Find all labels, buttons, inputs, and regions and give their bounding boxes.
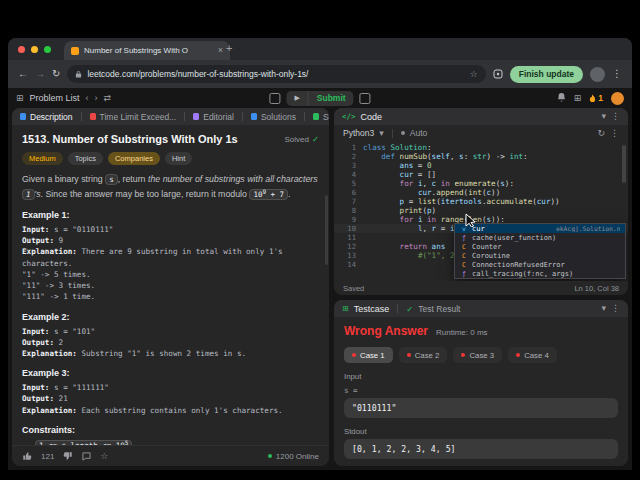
code-line[interactable]: 7 p = list(itertools.accumulate(cur)) — [334, 197, 628, 206]
code-text: cur.append(int(c)) — [363, 188, 500, 197]
code-line[interactable]: 2 def numSub(self, s: str) -> int: — [334, 152, 628, 161]
browser-tab[interactable]: Number of Substrings With O × — [64, 41, 230, 60]
prev-problem-icon[interactable]: ‹ — [86, 94, 89, 103]
superscript: 9 — [262, 187, 266, 194]
forward-icon[interactable]: → — [35, 69, 45, 79]
code-text: def numSub(self, s: str) -> int: — [363, 152, 528, 161]
testcase-tab-4[interactable]: Case 4 — [508, 347, 557, 363]
online-count: 1200 Online — [276, 452, 319, 461]
description-body: 1513. Number of Substrings With Only 1s … — [12, 125, 329, 445]
autocomplete-item[interactable]: CCoroutine — [455, 251, 625, 260]
browser-profile-avatar[interactable] — [590, 67, 605, 82]
code-token — [363, 161, 400, 170]
layout-grid-icon[interactable]: ⊞ — [574, 94, 582, 103]
address-bar[interactable]: leetcode.com/problems/number-of-substrin… — [67, 65, 485, 83]
user-avatar[interactable] — [611, 92, 624, 105]
auto-toggle[interactable]: Auto — [410, 128, 428, 138]
editor-scrollbar[interactable] — [622, 145, 626, 183]
test-result-tab[interactable]: Test Result — [418, 304, 460, 314]
test-panel-more-icon[interactable]: ⋮ — [611, 304, 620, 313]
testcase-tab[interactable]: Testcase — [354, 304, 390, 314]
testcase-tab-2[interactable]: Case 2 — [399, 347, 448, 363]
test-panel-header: ⊞ Testcase ✓ Test Result ▾ ⋮ — [334, 300, 628, 317]
tab-separator — [184, 112, 185, 121]
comment-icon[interactable] — [82, 452, 91, 461]
panel-tab-submissions[interactable]: Submissions — [313, 112, 329, 122]
meta-pills: Medium Topics Companies Hint — [22, 152, 319, 165]
topics-pill[interactable]: Topics — [68, 152, 103, 165]
autocomplete-item[interactable]: ƒcall_tracing(f:nc, args) — [455, 269, 625, 278]
code-token: ans — [432, 242, 446, 251]
language-chevron-icon[interactable]: ▾ — [379, 129, 384, 138]
run-button[interactable]: ▶ — [286, 94, 307, 102]
thumbs-down-icon[interactable] — [63, 451, 73, 461]
bookmark-star-icon[interactable]: ☆ — [470, 69, 478, 79]
panel-tab-editorial[interactable]: Editorial — [193, 112, 234, 122]
code-line[interactable]: 1class Solution: — [334, 143, 628, 152]
hint-pill[interactable]: Hint — [165, 152, 192, 165]
panel-tab-solutions[interactable]: Solutions — [251, 112, 296, 122]
code-text: cur = [] — [363, 170, 436, 179]
autocomplete-item[interactable]: CConnectionRefusedError — [455, 260, 625, 269]
code-line[interactable]: 4 cur = [] — [334, 170, 628, 179]
submit-button[interactable]: Submit — [308, 91, 354, 106]
symbol-cls-icon: C — [460, 261, 468, 269]
panel-more-icon[interactable]: ⋮ — [611, 112, 620, 121]
reset-code-icon[interactable]: ↻ — [597, 129, 605, 138]
language-selector[interactable]: Python3 — [343, 128, 374, 138]
input-value-box[interactable]: "0110111" — [344, 398, 618, 418]
code-line[interactable]: 8 print(p) — [334, 206, 628, 215]
line-number: 2 — [334, 152, 363, 161]
tab-close-icon[interactable]: × — [218, 46, 223, 55]
editor-more-icon[interactable]: ⋮ — [610, 129, 619, 138]
problem-list-link[interactable]: Problem List — [30, 93, 80, 103]
testcase-tab-1[interactable]: Case 1 — [344, 347, 393, 363]
panel-tab-description[interactable]: Description — [20, 112, 73, 122]
favorite-star-icon[interactable]: ☆ — [100, 452, 108, 461]
autocomplete-item[interactable]: ƒcache(user_function) — [455, 233, 625, 242]
code-panel-header: </> Code ▾ ⋮ — [334, 108, 628, 125]
code-line[interactable]: 6 cur.append(int(c)) — [334, 188, 628, 197]
inline-code: 1 <= s.length <= 105 — [35, 440, 132, 445]
thumbs-up-icon[interactable] — [22, 451, 32, 461]
apps-grid-icon[interactable]: ⊞ — [16, 94, 24, 103]
code-token: def — [381, 152, 395, 161]
testcase-tab-3[interactable]: Case 3 — [453, 347, 502, 363]
screen: Number of Substrings With O × + ← → ↻ le… — [0, 0, 640, 480]
panel-tab-time-limit-exceed-[interactable]: Time Limit Exceed... — [90, 112, 177, 122]
panel-expand-icon[interactable]: ▾ — [601, 112, 606, 121]
code-line[interactable]: 5 for i, c in enumerate(s): — [334, 179, 628, 188]
autocomplete-item[interactable]: CCounter — [455, 242, 625, 251]
debug-icon[interactable] — [269, 93, 280, 104]
code-token: int — [509, 152, 523, 161]
code-token — [363, 188, 418, 197]
minimize-window-button[interactable] — [31, 46, 38, 53]
extensions-puzzle-icon[interactable] — [493, 69, 503, 79]
back-icon[interactable]: ← — [18, 69, 28, 79]
statement-emphasis: 's — [35, 189, 41, 199]
cursor-position: Ln 10, Col 38 — [574, 284, 619, 293]
autocomplete-item[interactable]: vcurekAcgj.Solution.num… — [455, 224, 625, 233]
line-number: 12 — [334, 242, 363, 251]
test-panel-collapse-icon[interactable]: ▾ — [601, 304, 606, 313]
streak-counter[interactable]: 1 — [589, 93, 603, 103]
next-problem-icon[interactable]: › — [95, 94, 98, 103]
bell-icon[interactable] — [557, 93, 566, 103]
notes-icon[interactable] — [360, 93, 371, 104]
finish-update-button[interactable]: Finish update — [510, 66, 583, 83]
code-editor[interactable]: 1class Solution:2 def numSub(self, s: st… — [334, 141, 628, 281]
shuffle-icon[interactable]: ⇄ — [104, 94, 112, 103]
maximize-window-button[interactable] — [44, 46, 51, 53]
lock-icon — [75, 70, 82, 78]
new-tab-button[interactable]: + — [226, 42, 232, 54]
browser-menu-icon[interactable]: ⋮ — [612, 69, 622, 79]
online-dot — [268, 454, 272, 458]
submissions-tab-icon — [313, 113, 319, 120]
close-window-button[interactable] — [18, 46, 25, 53]
code-line[interactable]: 3 ans = 0 — [334, 161, 628, 170]
description-scrollbar[interactable] — [325, 195, 328, 265]
code-token: )) — [491, 188, 500, 197]
reload-icon[interactable]: ↻ — [52, 69, 60, 79]
tab-separator — [242, 112, 243, 121]
companies-pill[interactable]: Companies — [108, 152, 160, 165]
